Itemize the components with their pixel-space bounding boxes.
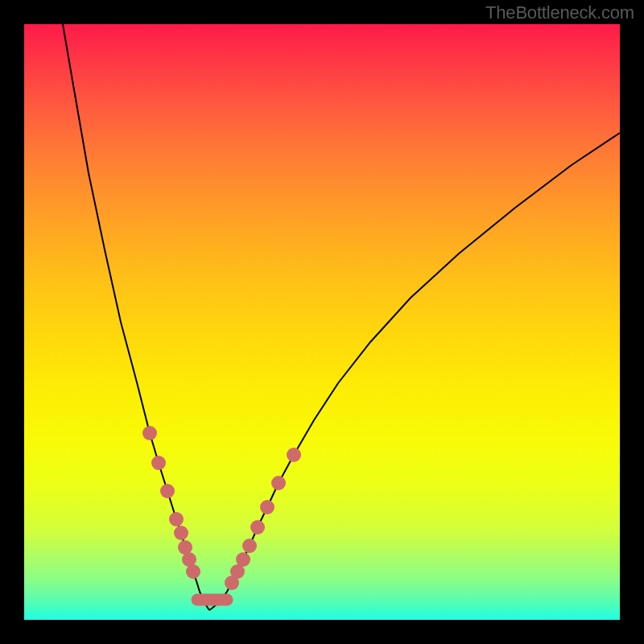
overlay-dot [169,512,184,526]
overlay-dot [236,552,250,567]
curve-left [63,24,209,610]
overlay-dot [160,484,175,498]
overlay-dot [151,456,166,470]
chart-canvas: TheBottleneck.com [0,0,644,644]
overlay-dot [174,526,188,540]
overlay-dot [260,500,275,514]
overlay-dots-right [225,448,301,590]
plot-area [24,24,620,620]
overlay-dot [186,564,200,579]
chart-svg [24,24,620,620]
overlay-dot [142,426,157,440]
overlay-dot [250,520,265,535]
overlay-dot [242,539,257,553]
attribution-label: TheBottleneck.com [485,2,634,23]
overlay-dot [287,448,301,462]
overlay-dot [271,476,286,490]
curve-right [209,133,620,610]
